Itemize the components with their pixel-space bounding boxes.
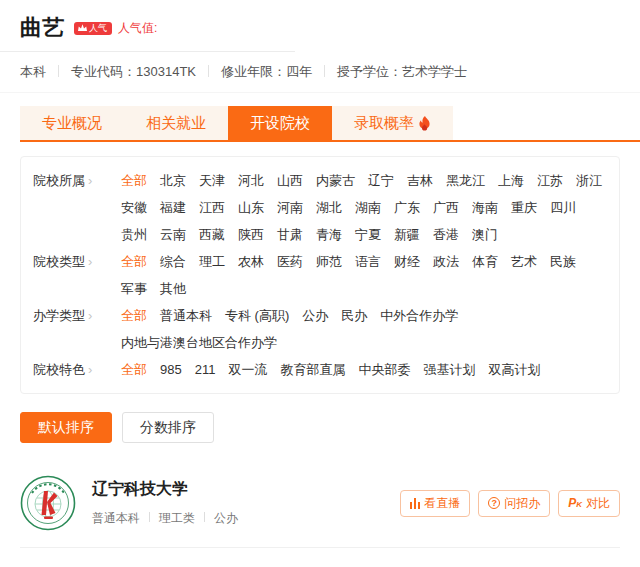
filter-option[interactable]: 河南: [277, 194, 303, 221]
university-tags: 普通本科理工类公办: [92, 510, 400, 527]
filter-option[interactable]: 山西: [277, 167, 303, 194]
popularity-value-label: 人气值:: [118, 20, 157, 37]
university-name[interactable]: 辽宁科技大学: [92, 479, 400, 500]
filter-option[interactable]: 西藏: [199, 221, 225, 248]
filter-option[interactable]: 全部: [121, 356, 147, 383]
live-bars-icon: [410, 498, 420, 509]
filter-option[interactable]: 民族: [550, 248, 576, 275]
filter-option[interactable]: 专科 (高职): [225, 302, 289, 329]
university-tag: 普通本科: [92, 510, 140, 527]
filter-option[interactable]: 青海: [316, 221, 342, 248]
filter-option[interactable]: 双高计划: [488, 356, 540, 383]
filter-option[interactable]: 贵州: [121, 221, 147, 248]
filter-option[interactable]: 其他: [160, 275, 186, 302]
filter-option[interactable]: 湖南: [355, 194, 381, 221]
tab-offering-colleges[interactable]: 开设院校: [228, 106, 332, 140]
filter-option[interactable]: 艺术: [511, 248, 537, 275]
title-row: 曲艺 人气 人气值:: [20, 14, 620, 42]
filter-option[interactable]: 985: [160, 356, 182, 383]
filter-option[interactable]: 广西: [433, 194, 459, 221]
university-actions: 看直播 ? 问招办 PK 对比: [400, 490, 620, 517]
filter-label-school-kind[interactable]: 办学类型›: [33, 302, 121, 356]
filter-row-college-type: 院校类型› 全部综合理工农林医药师范语言财经政法体育艺术民族军事其他: [33, 248, 607, 302]
filter-option[interactable]: 北京: [160, 167, 186, 194]
sort-default-button[interactable]: 默认排序: [20, 412, 112, 443]
filter-option[interactable]: 四川: [550, 194, 576, 221]
filter-option[interactable]: 江苏: [537, 167, 563, 194]
sort-score-button[interactable]: 分数排序: [122, 412, 214, 443]
filter-option[interactable]: 甘肃: [277, 221, 303, 248]
filter-option[interactable]: 海南: [472, 194, 498, 221]
filter-option[interactable]: 上海: [498, 167, 524, 194]
filter-option[interactable]: 香港: [433, 221, 459, 248]
university-row-liaoning-ust[interactable]: 辽宁科技大学 普通本科理工类公办 看直播 ? 问招办 PK 对比: [20, 459, 620, 548]
university-info: 辽宁科技大学 普通本科理工类公办: [92, 479, 400, 527]
filter-option[interactable]: 吉林: [407, 167, 433, 194]
ask-admissions-button[interactable]: ? 问招办: [478, 490, 550, 517]
filter-option[interactable]: 江西: [199, 194, 225, 221]
compare-button[interactable]: PK 对比: [558, 490, 620, 517]
filter-option[interactable]: 云南: [160, 221, 186, 248]
filter-option[interactable]: 军事: [121, 275, 147, 302]
filter-options-region: 全部北京天津河北山西内蒙古辽宁吉林黑龙江上海江苏浙江安徽福建江西山东河南湖北湖南…: [121, 167, 607, 248]
filter-option[interactable]: 宁夏: [355, 221, 381, 248]
filter-option[interactable]: 语言: [355, 248, 381, 275]
chevron-right-icon: ›: [88, 173, 92, 188]
filter-label-region[interactable]: 院校所属›: [33, 167, 121, 248]
filter-option[interactable]: 中央部委: [358, 356, 410, 383]
filter-option[interactable]: 浙江: [576, 167, 602, 194]
tab-admission-probability[interactable]: 录取概率: [332, 106, 453, 140]
filter-option[interactable]: 内地与港澳台地区合作办学: [121, 329, 277, 356]
filter-option[interactable]: 农林: [238, 248, 264, 275]
filter-option[interactable]: 普通本科: [160, 302, 212, 329]
filter-option[interactable]: 山东: [238, 194, 264, 221]
filter-option[interactable]: 理工: [199, 248, 225, 275]
university-list: 辽宁科技大学 普通本科理工类公办 看直播 ? 问招办 PK 对比 中央戏剧学院: [20, 459, 620, 567]
filter-option[interactable]: 双一流: [228, 356, 267, 383]
university-row-central-academy-drama[interactable]: 中央戏剧学院 THE CENTRAL ACADEMY OF DRAMA 中央戏剧…: [20, 548, 620, 567]
meta-item: 修业年限：四年: [196, 63, 312, 81]
filter-option[interactable]: 全部: [121, 167, 147, 194]
page-header: 曲艺 人气 人气值: 本科专业代码：130314TK修业年限：四年授予学位：艺术…: [0, 0, 640, 92]
sort-row: 默认排序 分数排序: [20, 412, 620, 443]
filter-label-college-type[interactable]: 院校类型›: [33, 248, 121, 302]
filter-option[interactable]: 民办: [341, 302, 367, 329]
filter-option[interactable]: 公办: [302, 302, 328, 329]
page-title: 曲艺: [20, 13, 64, 43]
filter-label-feature[interactable]: 院校特色›: [33, 356, 121, 383]
filter-row-feature: 院校特色› 全部985211双一流教育部直属中央部委强基计划双高计划: [33, 356, 607, 383]
filter-option[interactable]: 陕西: [238, 221, 264, 248]
filter-option[interactable]: 广东: [394, 194, 420, 221]
filter-option[interactable]: 天津: [199, 167, 225, 194]
filter-options-college-type: 全部综合理工农林医药师范语言财经政法体育艺术民族军事其他: [121, 248, 607, 302]
crown-icon: [78, 24, 87, 32]
filter-option[interactable]: 湖北: [316, 194, 342, 221]
filter-option[interactable]: 中外合作办学: [380, 302, 458, 329]
filter-option[interactable]: 澳门: [472, 221, 498, 248]
filter-option[interactable]: 政法: [433, 248, 459, 275]
filter-option[interactable]: 福建: [160, 194, 186, 221]
watch-live-button[interactable]: 看直播: [400, 490, 470, 517]
filter-option[interactable]: 师范: [316, 248, 342, 275]
filter-option[interactable]: 安徽: [121, 194, 147, 221]
filter-option[interactable]: 综合: [160, 248, 186, 275]
tab-strip: 专业概况 相关就业 开设院校 录取概率: [20, 106, 453, 140]
filter-option[interactable]: 财经: [394, 248, 420, 275]
filter-option[interactable]: 医药: [277, 248, 303, 275]
filter-option[interactable]: 全部: [121, 302, 147, 329]
filter-option[interactable]: 全部: [121, 248, 147, 275]
filter-option[interactable]: 辽宁: [368, 167, 394, 194]
filter-option[interactable]: 内蒙古: [316, 167, 355, 194]
filter-option[interactable]: 211: [195, 356, 216, 383]
filter-option[interactable]: 重庆: [511, 194, 537, 221]
header-divider: [0, 92, 640, 93]
filter-option[interactable]: 强基计划: [423, 356, 475, 383]
filter-option[interactable]: 教育部直属: [280, 356, 345, 383]
tab-major-overview[interactable]: 专业概况: [20, 106, 124, 140]
filter-option[interactable]: 体育: [472, 248, 498, 275]
tab-related-jobs[interactable]: 相关就业: [124, 106, 228, 140]
filter-option[interactable]: 河北: [238, 167, 264, 194]
tab-bar: 专业概况 相关就业 开设院校 录取概率: [20, 106, 640, 142]
filter-option[interactable]: 黑龙江: [446, 167, 485, 194]
filter-option[interactable]: 新疆: [394, 221, 420, 248]
